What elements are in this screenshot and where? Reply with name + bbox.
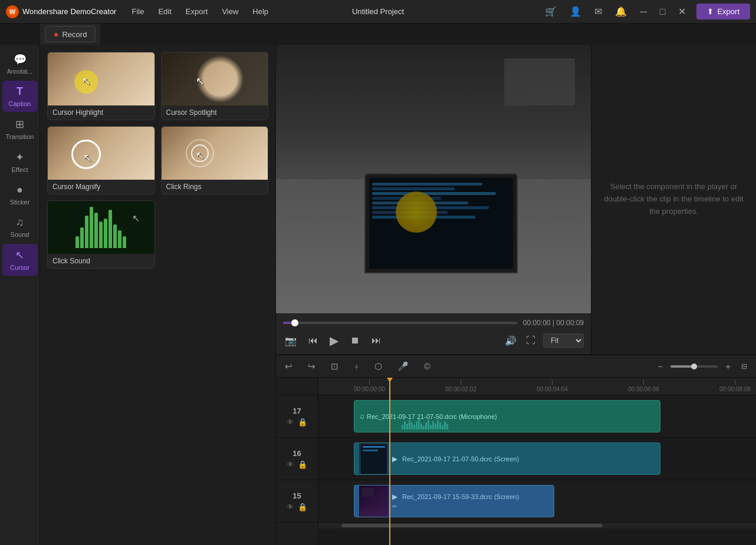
- clip-screen-15-sub: ✏: [392, 503, 519, 510]
- track-label-15: 15 👁 🔒: [276, 480, 318, 523]
- stop-button[interactable]: ⏹: [349, 333, 361, 348]
- track-15-lock[interactable]: 🔒: [298, 503, 307, 511]
- effect-cursor-spotlight[interactable]: ↖ Cursor Spotlight: [161, 52, 269, 120]
- timeline: ↩ ↪ ⊡ ⍭ ⬡ 🎤 © − + ⊟: [276, 354, 756, 545]
- app-logo-icon: W: [6, 5, 19, 18]
- track-num-17: 17: [292, 407, 301, 415]
- zoom-out-button[interactable]: −: [655, 359, 666, 373]
- cart-icon[interactable]: 🛒: [543, 5, 559, 18]
- titlebar-left: W Wondershare DemoCreator File Edit Expo…: [6, 5, 274, 18]
- track-16-eye[interactable]: 👁: [287, 460, 294, 469]
- title-center: Untitled Project: [352, 7, 404, 16]
- volume-button[interactable]: 🔊: [503, 333, 518, 348]
- track-label-16: 16 👁 🔒: [276, 438, 318, 480]
- effect-spotlight-thumbnail: ↖: [162, 52, 268, 105]
- menu-export[interactable]: Export: [180, 5, 214, 18]
- properties-panel: Select the component in the player or do…: [591, 45, 756, 354]
- minimize-icon[interactable]: ─: [637, 5, 649, 18]
- ruler-tick-4: 00:00:08:08: [719, 378, 751, 392]
- sidebar-item-sound[interactable]: ♫ Sound: [2, 212, 38, 243]
- clip-screen-15-icon: ▶: [392, 493, 397, 501]
- mic-tool[interactable]: 🎤: [395, 359, 412, 374]
- split-tool[interactable]: ⍭: [351, 359, 362, 373]
- skip-back-button[interactable]: ⏮: [307, 333, 320, 348]
- track-17-icons: 👁 🔒: [287, 418, 307, 427]
- clip-screen-15-label: Rec_2021-09-17 15-59-33.dcrc (Screen): [402, 493, 519, 500]
- sidebar-item-effect[interactable]: ✦ Effect: [2, 146, 38, 178]
- track-row-15: ▶ Rec_2021-09-17 15-59-33.dcrc (Screen) …: [318, 480, 756, 523]
- sidebar-item-caption[interactable]: T Caption: [2, 81, 38, 112]
- fit-select[interactable]: Fit 25% 50% 75% 100%: [543, 333, 584, 348]
- track-17-lock[interactable]: 🔒: [298, 418, 307, 427]
- effect-rings-thumbnail: ↖: [162, 127, 268, 180]
- sidebar-item-cursor[interactable]: ↖ Cursor: [2, 244, 38, 276]
- sidebar-item-annotation[interactable]: 💬 Annotat...: [2, 48, 38, 80]
- clip-audio-icon: ♫: [359, 412, 364, 421]
- track-16-lock[interactable]: 🔒: [298, 460, 307, 469]
- effect-magnify-label: Cursor Magnify: [48, 180, 155, 194]
- clip-screen-15[interactable]: ▶ Rec_2021-09-17 15-59-33.dcrc (Screen) …: [354, 485, 554, 517]
- track-row-16: ▶ Rec_2021-09-17 21-07-50.dcrc (Screen): [318, 438, 756, 480]
- zoom-slider[interactable]: [670, 365, 718, 368]
- effect-sound-label: Click Sound: [48, 254, 155, 268]
- record-label: Record: [62, 30, 87, 39]
- clip-screen-16-icon: ▶: [392, 455, 397, 463]
- ruler-tick-0: 00:00:00:00: [354, 378, 385, 392]
- effect-click-rings[interactable]: ↖ Click Rings: [161, 126, 269, 194]
- skip-forward-button[interactable]: ⏭: [370, 333, 383, 348]
- mail-icon[interactable]: ✉: [592, 5, 604, 18]
- track-17-eye[interactable]: 👁: [287, 418, 294, 427]
- effect-cursor-magnify[interactable]: ↖ Cursor Magnify: [47, 126, 155, 194]
- titlebar-right: 🛒 👤 ✉ 🔔 ─ □ ✕ ⬆ Export: [543, 4, 750, 19]
- track-15-icons: 👁 🔒: [287, 503, 307, 511]
- track-15-eye[interactable]: 👁: [287, 503, 294, 511]
- playback-controls: 📷 ⏮ ▶ ⏹ ⏭: [283, 332, 383, 349]
- record-dot-icon: ●: [54, 29, 58, 39]
- zoom-thumb[interactable]: [691, 364, 697, 369]
- clip-audio-17[interactable]: ♫ Rec_2021-09-17 21-07-50.dcrc (Micropho…: [354, 400, 660, 432]
- progress-track[interactable]: [283, 322, 517, 324]
- close-icon[interactable]: ✕: [676, 5, 688, 18]
- sidebar-label-effect: Effect: [12, 166, 28, 173]
- user-icon[interactable]: 👤: [567, 5, 584, 18]
- play-button[interactable]: ▶: [328, 332, 340, 349]
- sidebar-item-sticker[interactable]: ● Sticker: [2, 179, 38, 210]
- effect-spotlight-label: Cursor Spotlight: [162, 105, 268, 120]
- zoom-in-button[interactable]: +: [722, 359, 734, 373]
- crop-tool[interactable]: ⊡: [328, 359, 341, 374]
- copyright-tool[interactable]: ©: [421, 359, 433, 373]
- h-scrollbar[interactable]: [318, 523, 756, 529]
- export-icon: ⬆: [707, 7, 714, 16]
- track-num-15: 15: [292, 491, 301, 500]
- menu-edit[interactable]: Edit: [152, 5, 177, 18]
- track-labels: 17 👁 🔒 16 👁 🔒: [276, 378, 318, 545]
- progress-thumb[interactable]: [291, 319, 298, 326]
- screenshot-button[interactable]: 📷: [283, 333, 298, 348]
- export-button[interactable]: ⬆ Export: [696, 4, 750, 19]
- sidebar-item-transition[interactable]: ⊞ Transition: [2, 113, 38, 145]
- project-title: Untitled Project: [352, 7, 404, 16]
- fullscreen-button[interactable]: ⛶: [524, 333, 537, 348]
- mask-tool[interactable]: ⬡: [372, 359, 385, 374]
- ruler-tick-3: 00:00:06:06: [628, 378, 659, 392]
- transition-icon: ⊞: [15, 118, 24, 131]
- undo-button[interactable]: ↩: [282, 359, 295, 374]
- clip-thumb-15: [359, 485, 389, 517]
- clip-screen-16[interactable]: ▶ Rec_2021-09-17 21-07-50.dcrc (Screen): [354, 442, 660, 475]
- effect-click-sound[interactable]: ↖ Click Sound: [47, 200, 155, 269]
- effect-cursor-highlight[interactable]: ↖ Cursor Highlight: [47, 52, 155, 120]
- bell-icon[interactable]: 🔔: [613, 5, 629, 18]
- sound-icon: ♫: [16, 216, 24, 229]
- scrollbar-thumb-h[interactable]: [341, 524, 603, 527]
- menu-file[interactable]: File: [126, 5, 150, 18]
- menu-view[interactable]: View: [216, 5, 244, 18]
- menu-help[interactable]: Help: [246, 5, 274, 18]
- maximize-icon[interactable]: □: [658, 5, 668, 18]
- ruler-label-2: 00:00:04:04: [537, 386, 568, 392]
- menu-bar: File Edit Export View Help: [126, 5, 274, 18]
- fit-timeline-button[interactable]: ⊟: [738, 361, 750, 372]
- record-button[interactable]: ● Record: [45, 26, 96, 42]
- redo-button[interactable]: ↪: [305, 359, 318, 374]
- center-area: 00:00:00 | 00:00:09 📷 ⏮ ▶ ⏹ ⏭ 🔊 ⛶: [276, 45, 756, 545]
- zoom-controls: − + ⊟: [655, 359, 750, 373]
